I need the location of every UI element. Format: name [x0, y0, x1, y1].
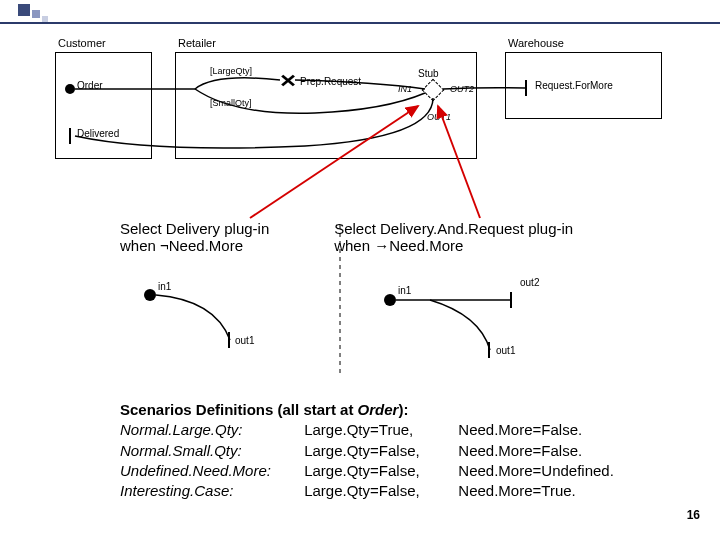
scenario-row: Normal.Large.Qty: Large.Qty=True, Need.M… — [120, 420, 680, 440]
sub-left-out1: out1 — [235, 335, 254, 346]
svg-rect-4 — [228, 332, 230, 348]
scenario-row: Undefined.Need.More: Large.Qty=False, Ne… — [120, 461, 680, 481]
sub-right-out1: out1 — [496, 345, 515, 356]
plugin-captions: Select Delivery plug-in when ¬Need.More … — [120, 220, 640, 254]
caption-left-2: when ¬Need.More — [120, 237, 320, 254]
caption-right-2: when →Need.More — [334, 237, 634, 254]
sub-left-in1: in1 — [158, 281, 171, 292]
page-number: 16 — [687, 508, 700, 522]
ucm-paths — [55, 38, 665, 198]
plugin-diagrams: in1 out1 in1 out2 out1 — [120, 265, 640, 375]
sub-right-out2: out2 — [520, 277, 539, 288]
svg-rect-7 — [488, 342, 490, 358]
svg-point-5 — [384, 294, 396, 306]
svg-rect-6 — [510, 292, 512, 308]
caption-right-1: Select Delivery.And.Request plug-in — [334, 220, 634, 237]
scenario-row: Normal.Small.Qty: Large.Qty=False, Need.… — [120, 441, 680, 461]
scenario-row: Interesting.Case: Large.Qty=False, Need.… — [120, 481, 680, 501]
scenarios-block: Scenarios Definitions (all start at Orde… — [120, 400, 680, 501]
caption-left-1: Select Delivery plug-in — [120, 220, 320, 237]
svg-point-3 — [144, 289, 156, 301]
sub-right-in1: in1 — [398, 285, 411, 296]
scenarios-heading: Scenarios Definitions (all start at Orde… — [120, 400, 680, 420]
slide-decoration — [0, 0, 720, 30]
ucm-diagram: Customer Retailer Warehouse Order Delive… — [55, 38, 665, 198]
